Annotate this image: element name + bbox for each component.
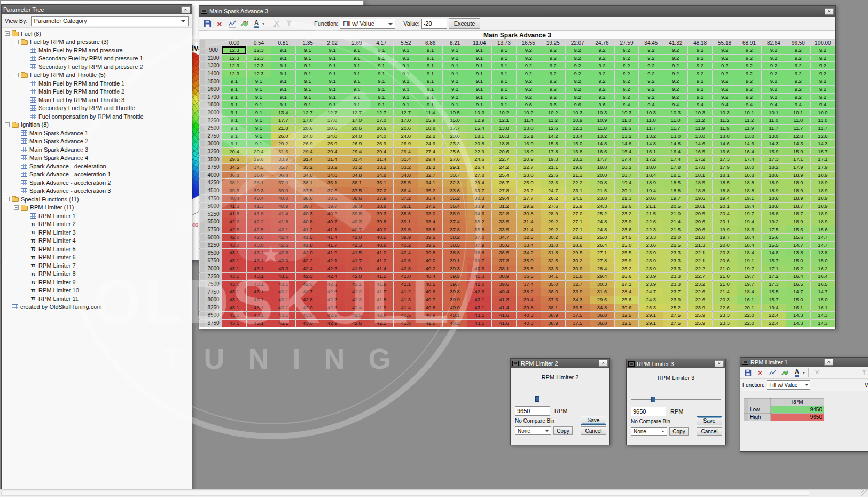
- table-cell[interactable]: 11.7: [639, 124, 663, 132]
- table-cell[interactable]: 14.3: [761, 140, 786, 148]
- table-cell[interactable]: 37.3: [491, 257, 516, 265]
- table-cell[interactable]: 42.8: [320, 304, 345, 312]
- table-cell[interactable]: 22.0: [737, 312, 762, 320]
- table-cell[interactable]: 26.2: [541, 195, 565, 203]
- table-cell[interactable]: 41.4: [320, 234, 345, 242]
- table-cell[interactable]: 22.7: [688, 273, 713, 281]
- table-cell[interactable]: 20.1: [614, 187, 639, 195]
- table-cell[interactable]: 34.8: [590, 304, 614, 312]
- table-cell[interactable]: 43.1: [246, 249, 271, 257]
- table-cell[interactable]: 29.1: [639, 312, 663, 320]
- table-cell[interactable]: 12.7: [394, 108, 418, 117]
- table-cell[interactable]: 12.7: [369, 108, 394, 117]
- table-cell[interactable]: 20.3: [713, 249, 737, 257]
- table-cell[interactable]: 42.7: [320, 296, 345, 304]
- table-cell[interactable]: 24.0: [320, 132, 345, 140]
- table-cell[interactable]: 42.2: [295, 257, 320, 265]
- table-cell[interactable]: 9.2: [810, 93, 835, 101]
- row-header[interactable]: 2250: [205, 117, 222, 125]
- table-cell[interactable]: 22.7: [516, 163, 541, 171]
- table-cell[interactable]: 17.4: [614, 156, 639, 164]
- tree-collapse-icon[interactable]: −: [14, 40, 19, 44]
- table-cell[interactable]: 20.6: [394, 124, 418, 132]
- table-cell[interactable]: 33.2: [320, 163, 345, 171]
- table-cell[interactable]: 43.1: [467, 312, 492, 320]
- table-cell[interactable]: 11.2: [737, 117, 762, 125]
- table-cell[interactable]: 16.3: [491, 132, 516, 140]
- table-cell[interactable]: 40.6: [418, 288, 443, 296]
- table-cell[interactable]: 9.1: [394, 101, 418, 109]
- table-cell[interactable]: 14.3: [810, 140, 835, 148]
- table-cell[interactable]: 23.3: [663, 249, 688, 257]
- table-cell[interactable]: 36.1: [345, 179, 369, 187]
- column-header[interactable]: 22.07: [565, 40, 590, 46]
- table-cell[interactable]: 36.1: [320, 179, 345, 187]
- table-cell[interactable]: 9.4: [713, 101, 737, 109]
- table-cell[interactable]: 27.1: [614, 280, 639, 288]
- table-cell[interactable]: 41.3: [222, 202, 247, 210]
- table-cell[interactable]: 42.8: [246, 234, 271, 242]
- table-cell[interactable]: 9.2: [541, 93, 565, 101]
- table-cell[interactable]: 12.3: [222, 69, 247, 77]
- table-cell[interactable]: 39.3: [369, 210, 394, 218]
- table-cell[interactable]: 31.2: [491, 202, 516, 210]
- table-cell[interactable]: 41.0: [418, 319, 443, 327]
- table-cell[interactable]: 9.2: [810, 85, 835, 93]
- table-cell[interactable]: 37.4: [516, 280, 541, 288]
- table-cell[interactable]: 20.8: [467, 140, 492, 148]
- table-cell[interactable]: 15.0: [786, 296, 810, 304]
- save-icon[interactable]: [742, 367, 753, 378]
- table-cell[interactable]: 41.4: [394, 304, 418, 312]
- table-cell[interactable]: 9.1: [246, 132, 271, 140]
- table-cell[interactable]: 43.1: [271, 319, 295, 327]
- table-cell[interactable]: 22.0: [663, 234, 688, 242]
- table-cell[interactable]: 9.1: [443, 54, 467, 62]
- table-cell[interactable]: 29.6: [246, 156, 271, 164]
- table-cell[interactable]: 9.4: [688, 101, 713, 109]
- table-cell[interactable]: 11.9: [688, 124, 713, 132]
- table-cell[interactable]: 27.6: [443, 156, 467, 164]
- table-cell[interactable]: 9.1: [295, 93, 320, 101]
- table-cell[interactable]: 14.3: [786, 140, 810, 148]
- table-cell[interactable]: 9.6: [516, 101, 541, 109]
- table-cell[interactable]: 23.9: [639, 280, 663, 288]
- table-cell[interactable]: 9.2: [590, 62, 614, 70]
- table-cell[interactable]: 15.0: [810, 296, 835, 304]
- line-chart-icon[interactable]: [767, 367, 778, 378]
- table-cell[interactable]: 9.1: [345, 62, 369, 70]
- tree-item[interactable]: Main Fuel by RPM and Throttle 3: [3, 96, 192, 104]
- row-header[interactable]: 4750: [205, 195, 222, 203]
- table-cell[interactable]: 37.5: [418, 202, 443, 210]
- table-cell[interactable]: 17.7: [443, 124, 467, 132]
- table-cell[interactable]: 14.3: [786, 319, 810, 327]
- table-cell[interactable]: 18.8: [418, 124, 443, 132]
- table-cell[interactable]: 9.1: [345, 93, 369, 101]
- table-cell[interactable]: 20.1: [713, 202, 737, 210]
- table-cell[interactable]: 10.3: [639, 108, 663, 117]
- table-cell[interactable]: 18.0: [639, 163, 663, 171]
- table-cell[interactable]: 14.7: [786, 288, 810, 296]
- table-cell[interactable]: 19.7: [737, 280, 762, 288]
- table-cell[interactable]: 38.8: [443, 249, 467, 257]
- row-header[interactable]: 7500: [205, 280, 222, 288]
- table-cell[interactable]: 9.4: [737, 101, 762, 109]
- table-cell[interactable]: 9.2: [688, 93, 713, 101]
- table-cell[interactable]: 23.9: [688, 304, 713, 312]
- table-cell[interactable]: 42.6: [345, 319, 369, 327]
- table-cell[interactable]: 43.0: [271, 265, 295, 273]
- table-cell[interactable]: 25.9: [688, 319, 713, 327]
- table-cell[interactable]: 41.1: [394, 280, 418, 288]
- table-cell[interactable]: 29.4: [467, 179, 492, 187]
- table-cell[interactable]: 26.9: [369, 140, 394, 148]
- table-cell[interactable]: 22.6: [688, 296, 713, 304]
- table-cell[interactable]: 13.2: [614, 132, 639, 140]
- table-cell[interactable]: 24.9: [418, 140, 443, 148]
- table-cell[interactable]: 9.2: [516, 54, 541, 62]
- table-cell[interactable]: 26.0: [271, 132, 295, 140]
- table-cell[interactable]: 9.2: [688, 46, 713, 55]
- table-cell[interactable]: 20.8: [590, 179, 614, 187]
- rpm-limiter-2-titlebar[interactable]: RPM Limiter 2 ×: [511, 359, 609, 368]
- table-cell[interactable]: 41.0: [345, 234, 369, 242]
- table-cell[interactable]: 9.1: [271, 46, 295, 55]
- table-cell[interactable]: 25.9: [688, 312, 713, 320]
